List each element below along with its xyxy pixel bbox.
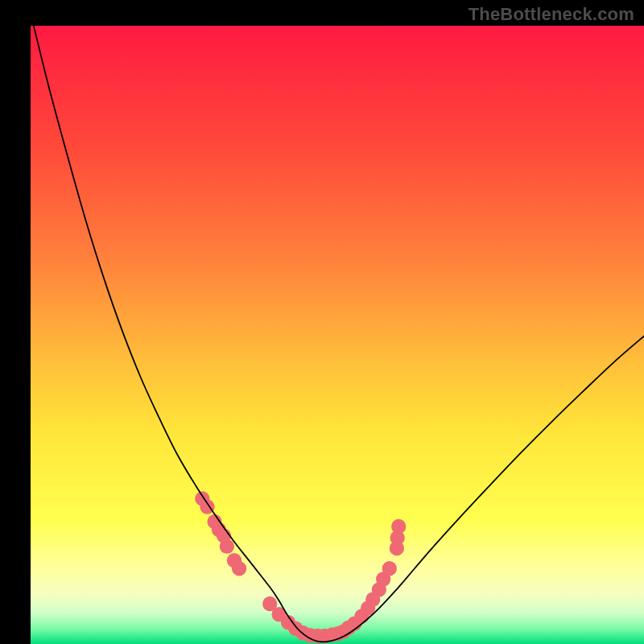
marker-dot [232,561,246,576]
gradient-background [31,26,644,644]
chart-svg [31,26,644,644]
marker-dot [382,561,397,576]
marker-dot [220,539,234,553]
marker-dot [391,519,406,534]
chart-panel [31,26,644,644]
chart-frame: TheBottleneck.com [0,0,644,644]
watermark-label: TheBottleneck.com [469,4,634,25]
